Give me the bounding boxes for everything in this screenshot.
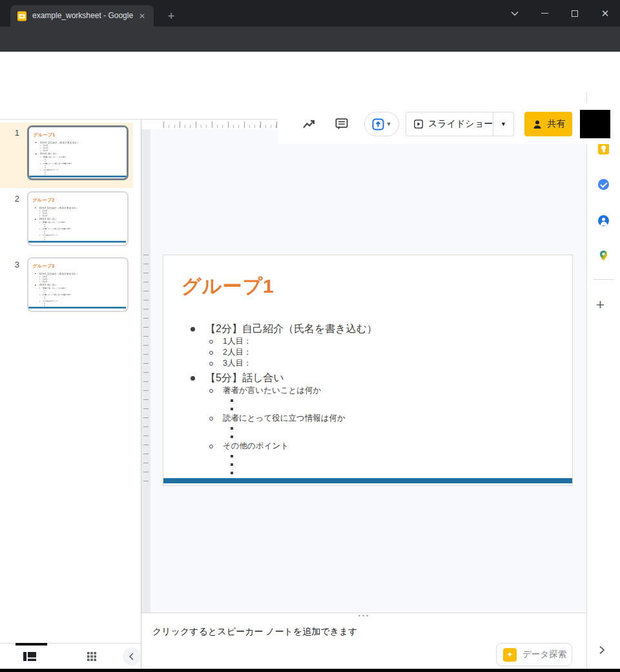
present-button[interactable]: ▼	[364, 112, 399, 136]
tab-title: example_worksheet - Google スラ	[32, 10, 134, 21]
tasks-app-icon[interactable]	[598, 179, 609, 190]
bullet-text: 【2分】自己紹介（氏名を書き込む）	[38, 272, 79, 275]
vertical-ruler	[141, 129, 150, 613]
bullet-text: 3人目：	[43, 149, 50, 151]
bullet-line[interactable]: 【5分】話し合い	[163, 371, 572, 385]
bullet-text: 読者にとって役に立つ情報は何か	[223, 414, 346, 423]
empty-bullet-line[interactable]	[163, 432, 572, 441]
bullet-text: 著者が言いたいことは何か	[223, 386, 321, 395]
bullet-line[interactable]: 3人目：	[163, 358, 572, 369]
bullet-marker-icon	[39, 228, 40, 229]
empty-bullet-line[interactable]	[163, 468, 572, 477]
contacts-app-icon[interactable]	[598, 215, 609, 226]
bullet-text: 3人目：	[43, 280, 49, 282]
current-slide[interactable]: グループ1【2分】自己紹介（氏名を書き込む）1人目：2人目：3人目：【5分】話し…	[163, 255, 573, 486]
empty-bullet-line[interactable]	[163, 460, 572, 468]
share-button[interactable]: 共有	[524, 112, 572, 136]
bullet-marker-icon	[35, 207, 36, 209]
get-addons-button[interactable]: +	[596, 298, 604, 312]
explore-button[interactable]: ✦ データ探索	[496, 643, 572, 666]
window-menu-chevron-icon[interactable]	[500, 0, 530, 26]
empty-bullet-line[interactable]	[163, 452, 572, 460]
chevron-right-icon[interactable]	[597, 645, 607, 655]
bullet-marker-icon	[40, 170, 41, 171]
bullet-text: 1人目：	[223, 337, 251, 346]
bullet-line[interactable]: 2人目：	[163, 347, 572, 358]
bullet-marker-icon	[45, 159, 46, 160]
slide-thumbnail-2[interactable]: グループ2【2分】自己紹介（氏名を書き込む）1人目：2人目：3人目：【5分】話し…	[27, 191, 129, 246]
keep-app-icon[interactable]	[598, 143, 609, 154]
window-titlebar: example_worksheet - Google スラ ✕ + ✕	[0, 0, 620, 26]
bullet-marker-icon	[35, 219, 36, 220]
tab-close-icon[interactable]: ✕	[137, 11, 147, 21]
empty-bullet-line[interactable]	[163, 396, 572, 404]
bullet-marker-icon	[45, 233, 45, 233]
bullet-marker-icon	[45, 224, 45, 225]
bullet-marker-icon	[39, 288, 40, 288]
slide-body-textbox: 【2分】自己紹介（氏名を書き込む）1人目：2人目：3人目：【5分】話し合い著者が…	[29, 141, 127, 178]
slide-thumbnail-3[interactable]: グループ3【2分】自己紹介（氏名を書き込む）1人目：2人目：3人目：【5分】話し…	[27, 257, 129, 312]
slideshow-button[interactable]: スライドショー	[406, 112, 493, 136]
slide-body-textbox: 【2分】自己紹介（氏名を書き込む）1人目：2人目：3人目：【5分】話し合い著者が…	[28, 206, 126, 243]
empty-bullet-line[interactable]	[163, 404, 572, 413]
activity-dashboard-icon[interactable]	[302, 117, 316, 131]
slide-body-textbox[interactable]: 【2分】自己紹介（氏名を書き込む）1人目：2人目：3人目：【5分】話し合い著者が…	[163, 322, 572, 477]
bullet-marker-icon	[45, 292, 45, 293]
bullet-line[interactable]: 1人目：	[163, 336, 572, 347]
collapse-filmstrip-button[interactable]	[123, 647, 141, 666]
bullet-line[interactable]: 【2分】自己紹介（氏名を書き込む）	[163, 322, 572, 336]
bullet-marker-icon	[40, 145, 41, 145]
notes-resize-handle-icon[interactable]: •••	[351, 613, 377, 618]
bullet-marker-icon	[35, 273, 36, 275]
slideshow-dropdown-button[interactable]: ▼	[493, 112, 514, 136]
bullet-marker-icon	[40, 150, 41, 151]
empty-bullet-line[interactable]	[163, 424, 572, 432]
bullet-text: 【5分】話し合い	[39, 152, 57, 155]
bullet-marker-icon	[35, 285, 36, 286]
slide-title-textbox[interactable]: グループ1	[181, 273, 274, 300]
bullet-marker-icon	[39, 301, 40, 302]
bullet-marker-icon	[45, 290, 45, 291]
thumbnail-preview: グループ3【2分】自己紹介（氏名を書き込む）1人目：2人目：3人目：【5分】話し…	[28, 258, 126, 309]
bullet-marker-icon	[45, 297, 45, 297]
slide-title-textbox: グループ2	[33, 197, 55, 204]
bullet-line[interactable]: その他のポイント	[163, 441, 572, 452]
browser-tab[interactable]: example_worksheet - Google スラ ✕	[10, 5, 154, 26]
bullet-text: 3人目：	[43, 215, 49, 216]
bullet-marker-icon	[40, 147, 41, 148]
bullet-marker-icon	[45, 226, 45, 227]
explore-label: データ探索	[522, 649, 566, 660]
comment-history-icon[interactable]	[335, 117, 349, 131]
notes-placeholder[interactable]: クリックするとスピーカー ノートを追加できます	[152, 626, 357, 638]
bullet-marker-icon	[45, 167, 46, 168]
window-minimize-button[interactable]	[530, 0, 559, 26]
window-close-button[interactable]: ✕	[590, 0, 620, 26]
filmstrip-view-icon[interactable]	[23, 651, 36, 662]
bullet-marker-icon	[231, 408, 233, 410]
bullet-marker-icon	[209, 340, 213, 344]
window-maximize-button[interactable]	[560, 0, 590, 26]
present-dropdown-caret-icon[interactable]: ▼	[386, 121, 392, 127]
window-bottom-edge	[0, 669, 620, 672]
new-tab-button[interactable]: +	[163, 8, 180, 25]
bullet-marker-icon	[39, 210, 40, 211]
bullet-marker-icon	[45, 305, 45, 306]
account-avatar[interactable]	[580, 110, 610, 138]
filmstrip-panel: 1グループ1【2分】自己紹介（氏名を書き込む）1人目：2人目：3人目：【5分】話…	[0, 120, 141, 643]
bullet-text: 2人目：	[223, 348, 251, 357]
bullet-marker-icon	[231, 455, 233, 457]
speaker-notes-panel: ••• クリックするとスピーカー ノートを追加できます ✦ データ探索	[141, 613, 586, 669]
slide-body-textbox: 【2分】自己紹介（氏名を書き込む）1人目：2人目：3人目：【5分】話し合い著者が…	[28, 272, 126, 309]
bullet-marker-icon	[209, 362, 213, 366]
bullet-text: 【5分】話し合い	[38, 284, 57, 286]
slide-number: 2	[5, 194, 19, 204]
bullet-marker-icon	[45, 172, 46, 173]
grid-view-icon[interactable]	[87, 651, 97, 662]
bullet-marker-icon	[36, 142, 37, 143]
header-actions: ▼ スライドショー ▼ 共有	[278, 103, 620, 144]
bullet-line[interactable]: 読者にとって役に立つ情報は何か	[163, 413, 572, 424]
bullet-line[interactable]: 著者が言いたいことは何か	[163, 385, 572, 396]
maps-app-icon[interactable]	[598, 250, 609, 261]
slide-thumbnail-1[interactable]: グループ1【2分】自己紹介（氏名を書き込む）1人目：2人目：3人目：【5分】話し…	[27, 125, 129, 180]
slide-accent-bar	[28, 307, 126, 309]
